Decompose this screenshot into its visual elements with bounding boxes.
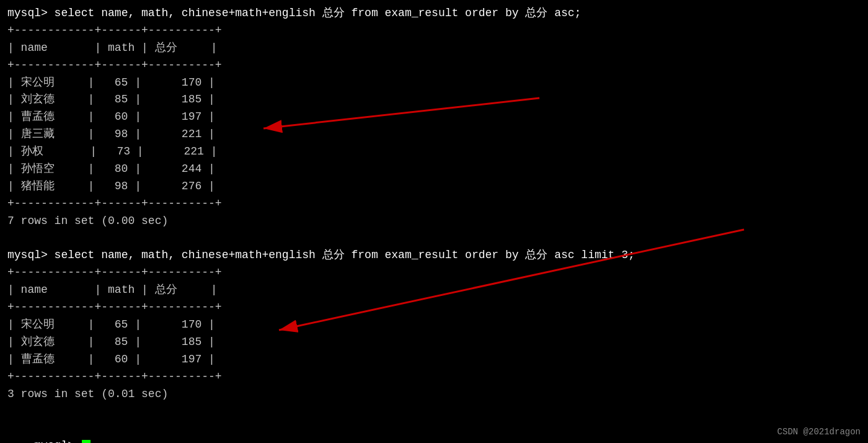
sep5: +------------+------+----------+ [7,299,861,316]
sep3: +------------+------+----------+ [7,195,861,213]
cursor [82,440,91,443]
blank1 [7,230,861,248]
row2-1: | 宋公明 | 65 | 170 | [7,316,861,334]
query1-line: mysql> select name, math, chinese+math+e… [7,5,861,22]
row1-3: | 曹孟德 | 60 | 197 | [7,109,861,126]
row1-7: | 猪悟能 | 98 | 276 | [7,178,861,195]
terminal: mysql> select name, math, chinese+math+e… [0,0,868,443]
sep6: +------------+------+----------+ [7,369,861,386]
row2-2: | 刘玄德 | 85 | 185 | [7,334,861,351]
row1-5: | 孙权 | 73 | 221 | [7,143,861,161]
query2-line: mysql> select name, math, chinese+math+e… [7,247,861,264]
row1-6: | 孙悟空 | 80 | 244 | [7,161,861,178]
blank2 [7,403,861,420]
result1: 7 rows in set (0.00 sec) [7,213,861,230]
sep1: +------------+------+----------+ [7,22,861,40]
header1: | name | math | 总分 | [7,40,861,57]
sep2: +------------+------+----------+ [7,57,861,74]
watermark: CSDN @2021dragon [777,427,861,437]
row1-1: | 宋公明 | 65 | 170 | [7,74,861,92]
final-prompt: mysql> [7,420,861,443]
row1-4: | 唐三藏 | 98 | 221 | [7,126,861,143]
row1-2: | 刘玄德 | 85 | 185 | [7,91,861,109]
row2-3: | 曹孟德 | 60 | 197 | [7,351,861,369]
result2: 3 rows in set (0.01 sec) [7,386,861,403]
header2: | name | math | 总分 | [7,282,861,299]
prompt-text: mysql> [34,439,81,443]
sep4: +------------+------+----------+ [7,264,861,282]
